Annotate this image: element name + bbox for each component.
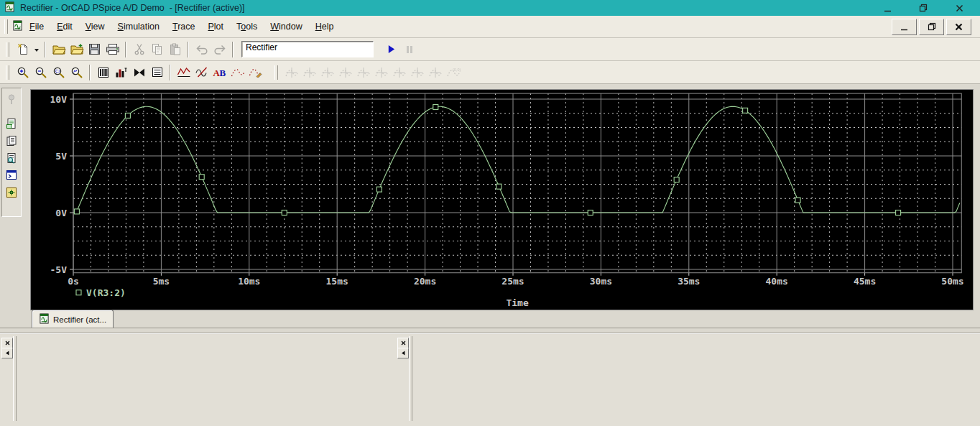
svg-text:0s: 0s [68,276,79,287]
child-minimize-button[interactable] [892,19,917,35]
svg-text:B: B [219,68,226,78]
toolbar-grip[interactable] [274,65,278,80]
save-file-button[interactable] [85,41,103,58]
svg-text:Time: Time [506,297,528,308]
document-icon [12,20,23,34]
svg-text:-5V: -5V [50,264,68,275]
output-pane-collapse-button[interactable] [1,348,13,358]
view-simulation-results-button[interactable] [5,152,18,164]
toggle-cursor-dots-button[interactable] [228,64,246,81]
cut-button [130,41,148,58]
chart-toolbar: AB(0,0) [0,61,980,84]
view-output-file-button[interactable] [5,134,18,147]
svg-text:20ms: 20ms [414,276,436,287]
svg-text:25ms: 25ms [501,276,524,287]
zoom-in-button[interactable] [14,64,32,81]
toolbar-grip[interactable] [6,42,9,57]
mark-label-coordinates-button: (0,0) [444,64,462,81]
menu-edit[interactable]: Edit [50,19,79,34]
svg-text:15ms: 15ms [326,276,348,287]
zoom-fit-button[interactable] [68,64,85,81]
log-x-axis-button[interactable] [94,64,112,81]
menubar-grip[interactable] [4,19,8,34]
menu-items: FileEditViewSimulationTracePlotToolsWind… [23,19,340,34]
svg-text:10V: 10V [50,94,68,105]
view-schematic-button[interactable] [5,186,18,198]
cursor-search-button [390,64,408,81]
cursor-max-button [372,64,390,81]
toggle-cursor-button [282,64,300,81]
menu-file[interactable]: File [23,19,50,34]
tab-rectifier[interactable]: Rectifier (act... [32,310,114,328]
svg-text:35ms: 35ms [678,276,700,287]
append-file-button[interactable] [68,41,85,58]
close-button[interactable] [954,3,964,13]
svg-text:(0,0): (0,0) [453,67,461,71]
cursor-next-transition-button [408,64,426,81]
toolbar-grip[interactable] [6,65,9,80]
waveform-plot: 10V5V0V-5V0s5ms10ms15ms20ms25ms30ms35ms4… [31,90,971,308]
view-command-window-button[interactable] [5,169,18,181]
print-button[interactable] [103,41,121,58]
view-circuit-file-button[interactable] [5,117,18,129]
minimize-button[interactable] [882,3,892,13]
evaluate-measurement-button[interactable] [193,64,211,81]
tab-strip-divider [0,328,980,328]
open-file-button[interactable] [50,41,68,58]
performance-analysis-button[interactable] [130,64,148,81]
toolbar-separator [45,42,46,57]
output-pane-close-button[interactable] [1,338,13,348]
insert-text-label-button[interactable]: AB [211,64,228,81]
watch-pane-grip[interactable] [409,336,412,421]
toolbar-separator [125,42,126,57]
new-file-options-button[interactable] [32,41,41,58]
zoom-area-button[interactable] [50,64,68,81]
undo-button [193,41,211,58]
pause-simulation-button [400,41,418,58]
cursor-slope-button [336,64,354,81]
zoom-out-button[interactable] [32,64,50,81]
standard-toolbar: Rectifier [0,38,980,61]
toolbar-separator [188,42,189,57]
pushpin-button [5,93,18,105]
watch-pane-collapse-button[interactable] [397,348,409,358]
docked-panes: -------------- Simulation Circuit File: … [0,333,980,426]
add-trace-button[interactable] [175,64,193,81]
log-y-axis-button[interactable] [148,64,166,81]
menu-simulation[interactable]: Simulation [111,19,166,34]
svg-text:50ms: 50ms [941,276,963,287]
svg-text:30ms: 30ms [590,276,612,287]
cursor-peak-button [300,64,318,81]
watch-pane-close-button[interactable] [397,338,409,348]
svg-text:0V: 0V [55,208,67,218]
simulation-profile-combo[interactable]: Rectifier [241,41,374,57]
menu-plot[interactable]: Plot [201,19,230,34]
menu-tools[interactable]: Tools [230,19,264,34]
child-restore-button[interactable] [919,19,944,35]
svg-text:10ms: 10ms [238,276,260,287]
new-file-button[interactable] [14,41,32,58]
app-icon [4,1,15,15]
title-bar: Rectifier - OrCAD PSpice A/D Demo - [Rec… [0,0,980,16]
child-close-button[interactable] [946,19,971,35]
mark-data-points-button[interactable] [246,64,264,81]
output-pane-grip[interactable] [13,336,17,421]
fft-button[interactable] [112,64,130,81]
menu-window[interactable]: Window [264,19,308,34]
cursor-min-button [354,64,372,81]
paste-button [166,41,184,58]
run-simulation-button[interactable] [382,41,400,58]
plot-window[interactable]: 10V5V0V-5V0s5ms10ms15ms20ms25ms30ms35ms4… [30,89,974,310]
svg-text:40ms: 40ms [766,276,788,287]
window-controls [882,3,976,13]
cursor-previous-transition-button [426,64,444,81]
menu-trace[interactable]: Trace [166,19,202,34]
svg-text:5ms: 5ms [153,276,170,287]
restore-button[interactable] [918,3,928,13]
tab-label: Rectifier (act... [53,315,106,324]
svg-text:V(R3:2): V(R3:2) [86,287,126,298]
toolbar-separator [232,42,234,57]
menu-view[interactable]: View [79,19,111,34]
svg-text:5V: 5V [55,151,67,162]
menu-help[interactable]: Help [309,19,341,34]
